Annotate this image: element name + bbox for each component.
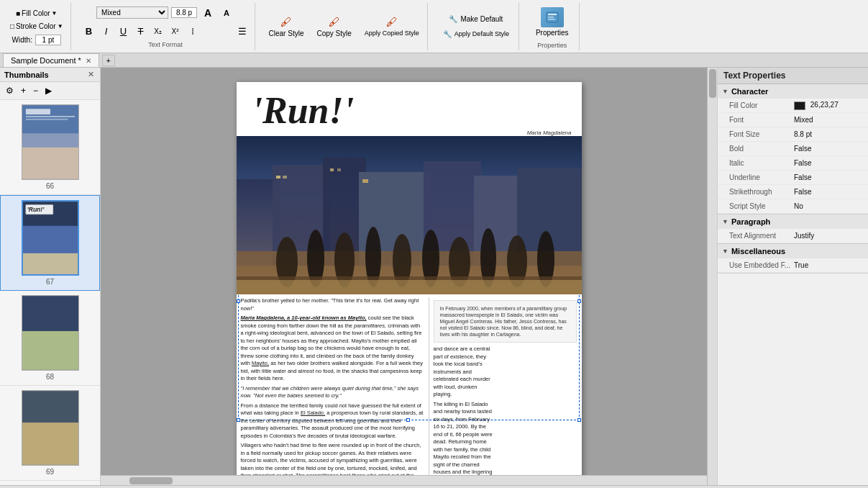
paragraph-label: Paragraph (731, 217, 770, 226)
thumb-minus-btn[interactable]: − (30, 84, 41, 97)
font-size-row: Font Size 8.8 pt (718, 127, 868, 142)
align-center-btn[interactable] (201, 24, 217, 40)
default-group: 🔧 Make Default 🔧 Apply Default Style (434, 3, 519, 50)
thumbnails-close-btn[interactable]: ✕ (86, 70, 96, 79)
misc-section-header[interactable]: ▼ Miscellaneous (718, 244, 868, 258)
horizontal-scrollbar[interactable] (101, 475, 707, 485)
right-area: In February 2000, when members of a para… (429, 297, 577, 485)
clear-style-btn[interactable]: 🖋 Clear Style (265, 14, 308, 40)
scrollbar-thumb[interactable] (709, 69, 716, 98)
bold-btn[interactable]: B (81, 24, 97, 40)
fill-color-btn[interactable]: ■ Fill Color ▼ (13, 8, 60, 19)
thumbnail-item-70[interactable]: 70 (0, 481, 100, 485)
make-default-label: Make Default (460, 15, 503, 23)
font-size-up-btn[interactable]: A (200, 5, 216, 21)
headline: 'Run!' (244, 86, 575, 130)
properties-panel: Text Properties ▼ Character Fill Color 2… (717, 68, 868, 485)
underline-row: Underline False (718, 171, 868, 185)
thumb-page-num-66: 66 (46, 182, 54, 190)
stroke-color-icon: □ (10, 22, 14, 30)
pull-quote: In February 2000, when members of a para… (434, 300, 577, 343)
thumbnail-item-66[interactable]: 66 (0, 100, 100, 195)
fill-color-label: Fill Color (22, 9, 50, 17)
add-tab-btn[interactable]: + (102, 55, 115, 66)
bold-row: Bold False (718, 142, 868, 156)
stroke-color-btn[interactable]: □ Stroke Color ▼ (7, 21, 66, 32)
thumbnails-actions: ✕ (86, 70, 96, 79)
paragraph-section: ▼ Paragraph Text Alignment Justify (718, 214, 868, 244)
apply-copied-label: Apply Copied Style (365, 30, 419, 37)
italic-prop-label: Italic (729, 159, 794, 167)
apply-copied-style-btn[interactable]: 🖋 Apply Copied Style (361, 14, 423, 39)
main-photo (237, 136, 582, 294)
thumbnails-list: 66 'Run!' 67 (0, 100, 100, 485)
misc-section: ▼ Miscellaneous Use Embedded F... True (718, 244, 868, 274)
fill-color-prop-label: Fill Color (729, 101, 794, 109)
svg-rect-1 (548, 14, 557, 15)
align-justify-btn[interactable]: ☰ (234, 24, 250, 40)
page-content: 'Run!' Maria Magdalena (237, 82, 582, 485)
article-area: Padilla's brother yelled to her mother. … (237, 294, 582, 485)
status-bar: Options... W: 174.6mm H: 254.0mm X: Y: ⏮… (0, 485, 868, 488)
svg-rect-16 (23, 253, 78, 274)
article-p1: Padilla's brother yelled to her mother. … (241, 297, 424, 312)
superscript-btn[interactable]: X² (168, 24, 183, 40)
thumb-settings-btn[interactable]: ⚙ (3, 84, 17, 97)
align-right-btn[interactable]: ⁠ (218, 24, 234, 40)
apply-default-label: Apply Default Style (454, 30, 509, 37)
font-size-down-btn[interactable]: A (219, 5, 234, 21)
script-style-prop-value: No (794, 202, 862, 210)
thumb-page-num-69: 69 (46, 468, 54, 476)
content-area[interactable]: 'Run!' Maria Magdalena (101, 68, 717, 485)
italic-btn[interactable]: I (99, 24, 114, 40)
subscript-btn[interactable]: X₂ (150, 24, 166, 40)
svg-rect-8 (25, 116, 74, 117)
svg-rect-21 (22, 391, 78, 423)
paragraph-section-header[interactable]: ▼ Paragraph (718, 214, 868, 229)
thumbnail-item-67[interactable]: 'Run!' 67 (0, 195, 100, 291)
tab-close-btn[interactable]: ✕ (86, 57, 91, 65)
thumb-expand-btn[interactable]: ▶ (42, 84, 55, 97)
toolbar: ■ Fill Color ▼ □ Stroke Color ▼ Width: M… (0, 0, 868, 53)
svg-rect-7 (25, 109, 50, 114)
properties-btn[interactable]: Properties (529, 4, 575, 40)
use-embedded-prop-label: Use Embedded F... (729, 261, 794, 269)
fill-color-swatch (794, 101, 805, 110)
svg-rect-34 (276, 176, 280, 179)
underline-btn[interactable]: U (116, 24, 132, 40)
fill-color-prop-value: 26,23,27 (794, 101, 862, 109)
fill-color-icon: ■ (16, 9, 20, 17)
thumbnail-item-69[interactable]: 69 (0, 386, 100, 481)
tab-sample-doc-label: Sample Document * (11, 56, 81, 65)
fill-color-row: Fill Color 26,23,27 (718, 99, 868, 113)
thumb-page-num-67: 67 (46, 278, 54, 286)
font-select[interactable]: Mixed (96, 6, 168, 19)
script-style-row: Script Style No (718, 199, 868, 214)
clear-style-icon: 🖋 (280, 16, 292, 29)
align-left-btn[interactable]: ⁞ (185, 24, 201, 40)
strikethrough-btn[interactable]: T (133, 24, 149, 40)
svg-rect-5 (22, 148, 78, 179)
svg-rect-3 (548, 19, 555, 20)
character-section-header[interactable]: ▼ Character (718, 84, 868, 99)
properties-group: Properties Properties (525, 3, 580, 50)
width-input[interactable] (35, 35, 61, 45)
thumbnail-item-68[interactable]: 68 (0, 291, 100, 386)
font-size-prop-label: Font Size (729, 130, 794, 138)
thumb-page-num-68: 68 (46, 373, 54, 381)
text-align-prop-value: Justify (794, 232, 862, 240)
copy-style-btn[interactable]: 🖋 Copy Style (313, 14, 355, 40)
sample-doc-tab[interactable]: Sample Document * ✕ (3, 53, 99, 67)
thumb-add-btn[interactable]: + (18, 84, 29, 97)
copy-style-label: Copy Style (316, 30, 351, 37)
use-embedded-row: Use Embedded F... True (718, 258, 868, 273)
underline-prop-label: Underline (729, 173, 794, 181)
vertical-scrollbar[interactable] (707, 68, 717, 485)
make-default-btn[interactable]: 🔧 Make Default (444, 13, 508, 25)
character-section: ▼ Character Fill Color 26,23,27 Font Mix… (718, 84, 868, 214)
svg-rect-22 (22, 423, 78, 465)
scrollbar-h-thumb[interactable] (129, 477, 173, 484)
apply-copied-icon: 🖋 (386, 16, 398, 29)
apply-default-btn[interactable]: 🔧 Apply Default Style (438, 28, 514, 40)
font-size-input[interactable] (171, 7, 197, 18)
